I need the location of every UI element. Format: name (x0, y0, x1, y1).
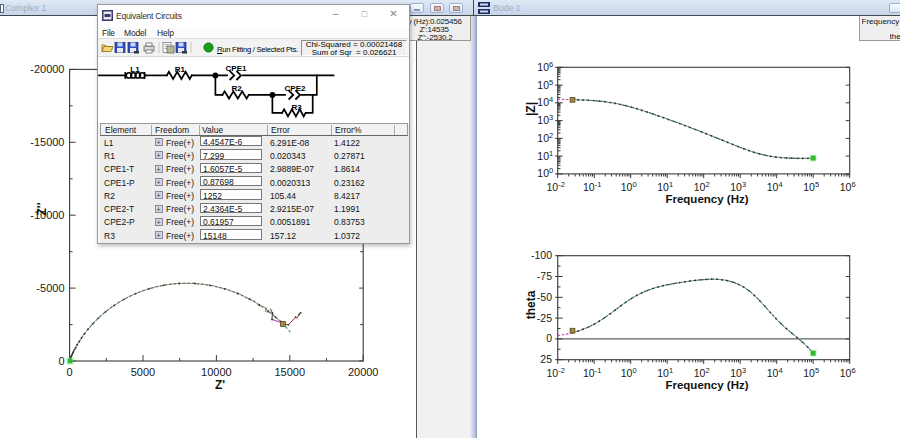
svg-text:theta: theta (524, 290, 538, 319)
svg-text:-50: -50 (537, 291, 552, 303)
svg-text:20000: 20000 (348, 366, 379, 378)
svg-text:|Z|: |Z| (524, 102, 538, 116)
svg-text:15000: 15000 (275, 366, 306, 378)
svg-text:5000: 5000 (131, 366, 155, 378)
svg-text:Frequency (Hz): Frequency (Hz) (665, 193, 748, 205)
svg-text:10: 10 (537, 79, 549, 91)
svg-text:101: 101 (657, 366, 673, 379)
svg-text:10: 10 (537, 114, 549, 126)
svg-text:100: 100 (621, 180, 637, 193)
svg-text:104: 104 (767, 366, 783, 379)
svg-text:-20000: -20000 (30, 63, 64, 75)
svg-text:10-1: 10-1 (583, 366, 601, 379)
svg-text:-15000: -15000 (30, 136, 64, 148)
svg-text:-75: -75 (537, 270, 552, 282)
svg-text:0: 0 (546, 332, 552, 344)
svg-text:10: 10 (537, 61, 549, 73)
svg-text:10000: 10000 (201, 366, 232, 378)
svg-text:103: 103 (730, 180, 746, 193)
svg-text:25: 25 (540, 353, 552, 365)
svg-text:104: 104 (767, 180, 783, 193)
svg-text:1: 1 (549, 149, 553, 158)
svg-text:3: 3 (549, 113, 553, 122)
svg-text:2: 2 (549, 131, 553, 140)
svg-text:100: 100 (621, 366, 637, 379)
svg-text:10: 10 (537, 167, 549, 179)
svg-text:Z': Z' (215, 378, 225, 392)
svg-text:102: 102 (694, 366, 710, 379)
svg-text:102: 102 (694, 180, 710, 193)
svg-text:10: 10 (537, 132, 549, 144)
svg-text:-25: -25 (537, 312, 552, 324)
svg-text:-100: -100 (531, 249, 552, 261)
svg-text:0: 0 (58, 355, 64, 367)
svg-text:10: 10 (537, 96, 549, 108)
svg-text:6: 6 (549, 60, 553, 69)
svg-text:0: 0 (549, 166, 553, 175)
svg-text:-5000: -5000 (36, 282, 64, 294)
svg-text:10: 10 (537, 150, 549, 162)
svg-text:Frequency (Hz): Frequency (Hz) (665, 379, 748, 391)
svg-text:106: 106 (840, 180, 856, 193)
svg-text:105: 105 (803, 180, 819, 193)
svg-text:10-2: 10-2 (547, 180, 565, 193)
svg-text:Z'': Z'' (35, 202, 49, 215)
svg-text:101: 101 (657, 180, 673, 193)
svg-text:10-1: 10-1 (583, 180, 601, 193)
svg-text:4: 4 (549, 95, 553, 104)
svg-text:103: 103 (730, 366, 746, 379)
svg-text:105: 105 (803, 366, 819, 379)
svg-text:106: 106 (840, 366, 856, 379)
svg-text:5: 5 (549, 78, 553, 87)
svg-text:10-2: 10-2 (547, 366, 565, 379)
svg-text:0: 0 (67, 366, 73, 378)
